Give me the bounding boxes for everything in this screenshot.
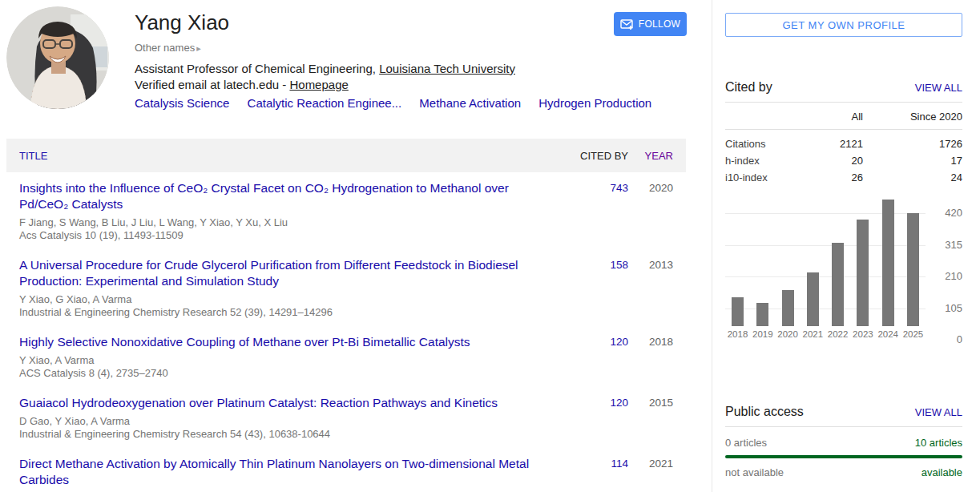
publications-table: TITLE CITED BY YEAR Insights into the In… — [6, 139, 686, 492]
citation-bar-2019[interactable] — [756, 303, 768, 326]
cited-by-heading: Cited by — [725, 80, 772, 95]
chart-xtick-label: 2024 — [877, 329, 898, 340]
citation-bar-2022[interactable] — [832, 243, 844, 326]
chart-xtick-label: 2019 — [752, 329, 773, 340]
stat-row-h-index: h-index 20 17 — [725, 152, 962, 169]
public-access-view-all-link[interactable]: VIEW ALL — [915, 406, 962, 418]
stat-label: h-index — [725, 155, 803, 167]
not-available-count: 0 articles — [725, 437, 767, 449]
citation-bar-2020[interactable] — [782, 290, 794, 326]
stat-label: Citations — [725, 138, 803, 150]
stats-column-all: All — [803, 111, 863, 123]
chart-xtick-label: 2025 — [903, 329, 924, 340]
interest-link-catalytic-reaction-engineering[interactable]: Catalytic Reaction Enginee... — [248, 96, 402, 110]
citation-bar-2025[interactable] — [907, 213, 919, 326]
affiliation-text: Assistant Professor of Chemical Engineer… — [135, 62, 379, 75]
cited-by-view-all-link[interactable]: VIEW ALL — [915, 82, 962, 94]
chevron-right-icon: ▸ — [196, 43, 201, 53]
publication-venue: Acs Catalysis 10 (19), 11493-11509 — [19, 229, 543, 242]
interest-link-hydrogen-production[interactable]: Hydrogen Production — [538, 96, 651, 110]
affiliation-link[interactable]: Louisiana Tech University — [379, 62, 515, 75]
citation-count-link[interactable]: 114 — [551, 456, 628, 472]
sort-by-citations-header[interactable]: CITED BY — [551, 150, 628, 162]
publication-year: 2013 — [628, 257, 686, 273]
envelope-plus-icon — [620, 19, 634, 30]
publication-authors: Y Xiao, G Xiao, A Varma — [19, 293, 543, 306]
publication-year: 2021 — [628, 456, 686, 472]
chart-xtick-label: 2020 — [777, 329, 798, 340]
follow-button[interactable]: FOLLOW — [614, 12, 687, 36]
citation-bar-group: 2021 — [802, 272, 824, 340]
stat-value-all: 20 — [803, 155, 863, 167]
vertical-divider — [712, 0, 712, 492]
publication-title-link[interactable]: A Universal Procedure for Crude Glycerol… — [19, 257, 543, 289]
citation-bar-2021[interactable] — [807, 272, 819, 326]
citation-count-link[interactable]: 158 — [551, 257, 628, 273]
verified-email: Verified email at latech.edu - Homepage — [135, 78, 349, 91]
not-available-label: not available — [725, 466, 784, 478]
publication-row: Insights into the Influence of CeO₂ Crys… — [6, 172, 686, 249]
citation-count-link[interactable]: 743 — [551, 180, 628, 196]
stat-value-all: 2121 — [803, 138, 863, 150]
publication-year: 2018 — [628, 334, 686, 350]
chart-ytick-label: 210 — [945, 270, 962, 282]
citation-bar-group: 2025 — [902, 213, 924, 340]
other-names-toggle[interactable]: Other names▸ — [135, 42, 201, 54]
available-count: 10 articles — [915, 437, 962, 449]
citation-bar-group: 2019 — [752, 303, 773, 340]
chart-ytick-label: 105 — [945, 302, 962, 314]
stat-label: i10-index — [725, 171, 803, 183]
profile-photo-image — [6, 6, 109, 109]
profile-photo — [6, 6, 109, 109]
publication-title-link[interactable]: Highly Selective Nonoxidative Coupling o… — [19, 334, 543, 350]
chart-ytick-label: 420 — [945, 207, 962, 219]
chart-y-axis: 4203152101050 — [927, 213, 962, 340]
available-label: available — [922, 466, 962, 478]
verified-email-text: Verified email at latech.edu - — [135, 78, 289, 91]
sort-by-title-header[interactable]: TITLE — [6, 150, 551, 162]
citation-bar-2018[interactable] — [732, 297, 744, 326]
citation-bar-group: 2024 — [877, 200, 899, 340]
stat-value-all: 26 — [803, 171, 863, 183]
stat-value-since: 24 — [863, 171, 962, 183]
publication-venue: Industrial & Engineering Chemistry Resea… — [19, 306, 543, 319]
chart-ytick-label: 315 — [945, 239, 962, 251]
citations-chart-bars: 20182019202020212022202320242025 — [725, 213, 926, 340]
get-my-own-profile-button[interactable]: GET MY OWN PROFILE — [725, 13, 962, 37]
other-names-label: Other names — [135, 42, 195, 54]
citation-bar-group: 2023 — [852, 220, 873, 340]
citation-stats-header: All Since 2020 — [725, 103, 962, 130]
chart-xtick-label: 2021 — [803, 329, 824, 340]
interest-link-catalysis-science[interactable]: Catalysis Science — [135, 96, 229, 110]
citation-bar-group: 2022 — [827, 243, 849, 340]
scholar-profile-page: Yang Xiao Other names▸ Assistant Profess… — [0, 0, 980, 492]
publication-authors: D Gao, Y Xiao, A Varma — [19, 415, 543, 428]
publication-authors: Y Xiao, A Varma — [19, 354, 543, 367]
affiliation: Assistant Professor of Chemical Engineer… — [135, 62, 515, 75]
chart-xtick-label: 2018 — [728, 329, 748, 340]
homepage-link[interactable]: Homepage — [289, 78, 348, 91]
publication-title-link[interactable]: Insights into the Influence of CeO₂ Crys… — [19, 180, 543, 212]
publication-row: Direct Methane Activation by Atomically … — [6, 448, 686, 492]
research-interests: Catalysis Science Catalytic Reaction Eng… — [135, 96, 666, 110]
follow-button-label: FOLLOW — [639, 18, 680, 30]
public-access-progress-bar — [725, 455, 962, 458]
chart-xtick-label: 2023 — [853, 329, 873, 340]
publication-row: A Universal Procedure for Crude Glycerol… — [6, 249, 686, 326]
interest-link-methane-activation[interactable]: Methane Activation — [419, 96, 521, 110]
publication-venue: ACS Catalysis 8 (4), 2735–2740 — [19, 367, 543, 380]
citation-count-link[interactable]: 120 — [551, 334, 628, 350]
sort-by-year-header[interactable]: YEAR — [628, 150, 686, 162]
page-title: Yang Xiao — [135, 10, 229, 35]
citation-bar-2023[interactable] — [857, 220, 869, 326]
publication-year: 2020 — [628, 180, 686, 196]
citation-count-link[interactable]: 120 — [551, 395, 628, 411]
stat-row-i10-index: i10-index 26 24 — [725, 169, 962, 186]
citation-bar-2024[interactable] — [882, 200, 894, 326]
stat-value-since: 17 — [863, 155, 962, 167]
publication-row: Highly Selective Nonoxidative Coupling o… — [6, 326, 686, 387]
citations-per-year-chart: 20182019202020212022202320242025 4203152… — [725, 213, 962, 357]
publication-title-link[interactable]: Guaiacol Hydrodeoxygenation over Platinu… — [19, 395, 543, 411]
stat-value-since: 1726 — [863, 138, 962, 150]
publication-title-link[interactable]: Direct Methane Activation by Atomically … — [19, 456, 543, 488]
